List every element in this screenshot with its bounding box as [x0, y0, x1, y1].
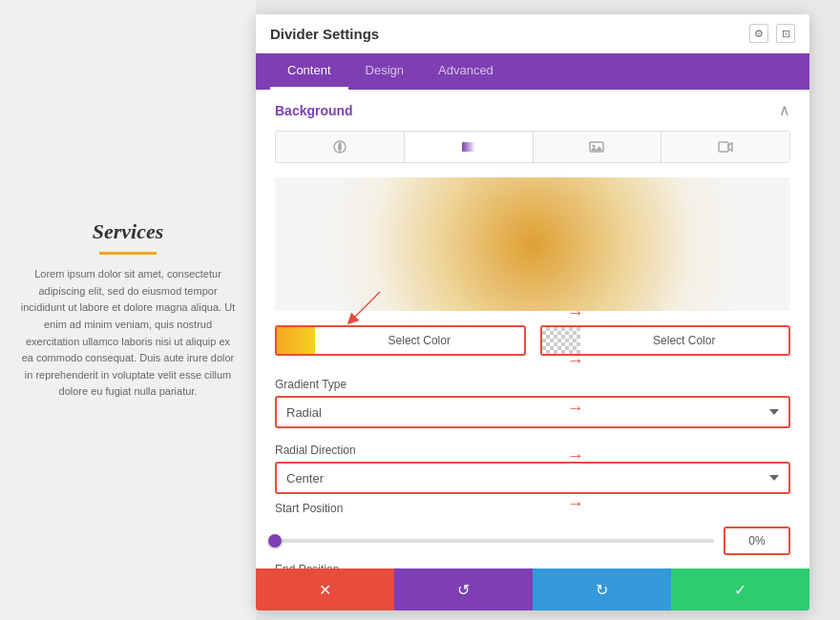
- radial-direction-select[interactable]: Center Top Left Top Center Top Right Cen…: [275, 462, 790, 494]
- background-section-header: Background ∧: [256, 90, 809, 131]
- radial-direction-label: Radial Direction: [275, 444, 790, 457]
- gradient-type-label: Gradient Type: [275, 378, 790, 391]
- tab-bar: Content Design Advanced: [256, 53, 809, 90]
- arrow-annotation-1: [342, 287, 418, 325]
- arrow-indicator-1: ←: [567, 303, 584, 323]
- panel-header-icons: ⚙ ⊡: [749, 24, 795, 43]
- preview-title: Services: [19, 219, 237, 244]
- preview-content: Services Lorem ipsum dolor sit amet, con…: [0, 200, 256, 420]
- bg-type-tabs: [275, 131, 790, 163]
- background-section-title: Background: [275, 103, 353, 118]
- bg-type-color[interactable]: [276, 132, 405, 162]
- start-slider-thumb[interactable]: [268, 534, 282, 548]
- panel-body: Background ∧: [256, 90, 809, 568]
- start-position-label: Start Position: [256, 502, 809, 515]
- section-collapse-icon[interactable]: ∧: [779, 101, 790, 119]
- color-swatch-2: [542, 327, 580, 354]
- panel-header: Divider Settings ⚙ ⊡: [256, 14, 809, 53]
- settings-icon[interactable]: ⚙: [749, 24, 768, 43]
- settings-panel: Divider Settings ⚙ ⊡ Content Design Adva…: [256, 14, 809, 610]
- redo-button[interactable]: ↻: [533, 568, 671, 610]
- cancel-button[interactable]: ✕: [256, 568, 394, 610]
- expand-icon[interactable]: ⊡: [776, 24, 795, 43]
- bg-type-gradient[interactable]: [405, 132, 534, 162]
- arrow-indicator-2: ←: [567, 351, 584, 371]
- radial-direction-field: Radial Direction Center Top Left Top Cen…: [256, 436, 809, 502]
- tab-content[interactable]: Content: [270, 53, 348, 90]
- background-section: Background ∧: [256, 90, 809, 568]
- save-button[interactable]: ✓: [671, 568, 809, 610]
- start-position-input[interactable]: [724, 527, 790, 555]
- panel-title: Divider Settings: [270, 26, 379, 42]
- arrow-indicator-3: ←: [567, 399, 584, 419]
- svg-line-5: [351, 292, 380, 320]
- color-label-2: Select Color: [580, 334, 789, 347]
- arrow-indicator-5: ←: [567, 494, 584, 514]
- preview-underline: [99, 252, 157, 255]
- svg-rect-4: [719, 142, 728, 152]
- color-label-1: Select Color: [315, 334, 524, 347]
- preview-area: Services Lorem ipsum dolor sit amet, con…: [0, 0, 256, 620]
- start-position-section: Start Position: [256, 502, 809, 563]
- bottom-toolbar: ✕ ↺ ↻ ✓: [256, 568, 809, 610]
- start-position-row: [256, 519, 809, 563]
- svg-rect-1: [462, 142, 475, 152]
- tab-advanced[interactable]: Advanced: [421, 53, 511, 90]
- color-selectors: Select Color Select Color: [275, 325, 790, 356]
- gradient-preview: [275, 177, 790, 311]
- arrow-indicator-4: ←: [567, 446, 584, 466]
- bg-type-video[interactable]: [662, 132, 789, 162]
- bg-type-image[interactable]: [534, 132, 662, 162]
- tab-design[interactable]: Design: [348, 53, 421, 90]
- start-position-slider[interactable]: [275, 539, 714, 543]
- preview-text: Lorem ipsum dolor sit amet, consectetur …: [19, 266, 237, 401]
- reset-button[interactable]: ↺: [394, 568, 533, 610]
- gradient-type-select[interactable]: Radial Linear: [275, 396, 790, 428]
- color-swatch-1: [277, 327, 315, 354]
- gradient-type-field: Gradient Type Radial Linear: [256, 370, 809, 436]
- color-selector-1[interactable]: Select Color: [275, 325, 526, 356]
